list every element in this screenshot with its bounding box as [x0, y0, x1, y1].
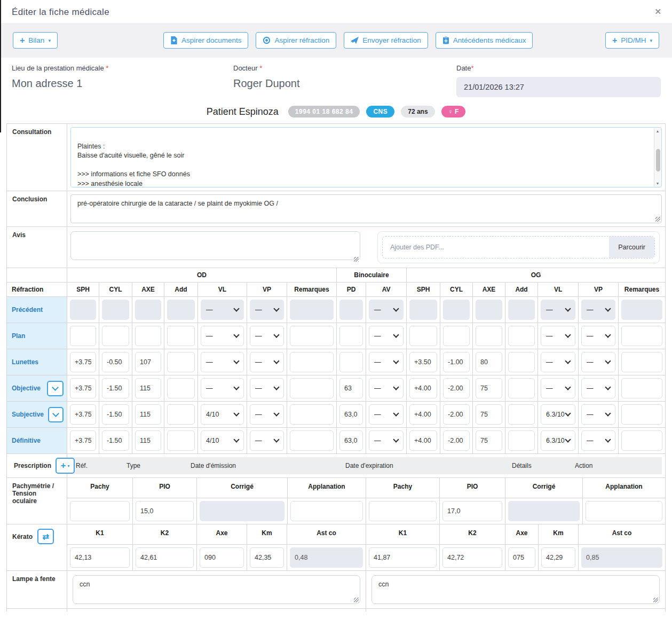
lunettes-og_rem-input[interactable] — [621, 352, 662, 372]
plan-od_vl-select[interactable]: — — [201, 326, 244, 346]
definitive-od_sph-input[interactable] — [70, 430, 96, 451]
kerato-value-input-1[interactable] — [136, 547, 194, 568]
lampe-od-textarea[interactable]: ccn — [73, 575, 360, 604]
definitive-og_cyl-input[interactable] — [443, 430, 470, 451]
definitive-og_sph-input[interactable] — [409, 430, 437, 451]
objective-od_axe-input[interactable] — [135, 378, 161, 398]
kerato-value-input-3[interactable] — [250, 547, 284, 568]
plan-od_sph-input[interactable] — [70, 326, 96, 346]
plan-od_rem-input[interactable] — [290, 326, 334, 346]
subjective-og_rem-input[interactable] — [621, 404, 662, 425]
lunettes-og_vl-select[interactable]: — — [541, 352, 575, 372]
objective-od_add-input[interactable] — [167, 378, 195, 398]
plan-od_add-input[interactable] — [167, 326, 195, 346]
lunettes-od_vp-select[interactable]: — — [250, 352, 284, 372]
pachy-value-input-4[interactable] — [369, 501, 437, 521]
date-input[interactable] — [456, 77, 661, 97]
pachy-value-input-3[interactable] — [290, 501, 363, 521]
objective-og_axe-input[interactable] — [476, 378, 502, 398]
definitive-og_axe-input[interactable] — [476, 430, 502, 451]
subjective-od_add-input[interactable] — [167, 404, 195, 425]
subjective-og_cyl-input[interactable] — [443, 404, 470, 425]
plan-av-select[interactable]: — — [369, 326, 404, 346]
lunettes-og_sph-input[interactable] — [409, 352, 437, 372]
objective-od_sph-input[interactable] — [70, 378, 96, 398]
avis-textarea[interactable] — [70, 231, 360, 260]
kerato-value-input-8[interactable] — [541, 547, 575, 568]
kerato-value-input-0[interactable] — [70, 547, 130, 568]
subjective-expand-button[interactable] — [48, 407, 64, 422]
kerato-value-input-7[interactable] — [508, 547, 535, 568]
envoyer-refraction-button[interactable]: Envoyer réfraction — [344, 32, 428, 49]
plan-od_vp-select[interactable]: — — [250, 326, 284, 346]
definitive-od_cyl-input[interactable] — [102, 430, 129, 451]
subjective-od_vp-select[interactable]: — — [250, 404, 284, 425]
lunettes-og_vp-select[interactable]: — — [581, 352, 615, 372]
objective-pd-input[interactable] — [339, 378, 363, 398]
objective-og_vp-select[interactable]: — — [581, 378, 615, 398]
plan-og_add-input[interactable] — [508, 326, 535, 346]
subjective-od_vl-select[interactable]: 4/10 — [201, 404, 244, 425]
objective-og_sph-input[interactable] — [409, 378, 437, 398]
subjective-pd-input[interactable] — [339, 404, 363, 425]
lunettes-av-select[interactable]: — — [369, 352, 404, 372]
bilan-button[interactable]: + Bilan ▾ — [13, 32, 58, 49]
pachy-value-input-7[interactable] — [586, 501, 662, 521]
definitive-od_vp-select[interactable]: — — [250, 430, 284, 451]
subjective-og_vp-select[interactable]: — — [581, 404, 615, 425]
lunettes-od_cyl-input[interactable] — [102, 352, 129, 372]
definitive-od_rem-input[interactable] — [290, 430, 334, 451]
pachy-value-input-5[interactable] — [442, 501, 502, 521]
subjective-av-select[interactable]: — — [369, 404, 404, 425]
docteur-value[interactable]: Roger Dupont — [233, 77, 456, 90]
lunettes-og_cyl-input[interactable] — [443, 352, 470, 372]
objective-od_vl-select[interactable]: — — [201, 378, 244, 398]
scroll-down-icon[interactable]: ▼ — [656, 182, 660, 185]
definitive-og_vp-select[interactable]: — — [581, 430, 615, 451]
aspirer-documents-button[interactable]: Aspirer documents — [163, 32, 249, 49]
definitive-og_rem-input[interactable] — [621, 430, 662, 451]
lunettes-od_sph-input[interactable] — [70, 352, 96, 372]
plan-og_rem-input[interactable] — [621, 326, 662, 346]
definitive-pd-input[interactable] — [339, 430, 363, 451]
plan-og_vp-select[interactable]: — — [581, 326, 615, 346]
subjective-od_rem-input[interactable] — [290, 404, 334, 425]
definitive-og_vl-select[interactable]: 6.3/10 — [541, 430, 575, 451]
close-icon[interactable]: ✕ — [654, 7, 661, 17]
objective-og_rem-input[interactable] — [621, 378, 662, 398]
subjective-og_add-input[interactable] — [508, 404, 535, 425]
plan-og_cyl-input[interactable] — [443, 326, 470, 346]
pachy-value-input-0[interactable] — [70, 501, 130, 521]
subjective-od_cyl-input[interactable] — [102, 404, 129, 425]
subjective-od_axe-input[interactable] — [135, 404, 161, 425]
plan-od_cyl-input[interactable] — [102, 326, 129, 346]
plan-pd-input[interactable] — [339, 326, 363, 346]
subjective-og_axe-input[interactable] — [476, 404, 502, 425]
lunettes-pd-input[interactable] — [339, 352, 363, 372]
subjective-od_sph-input[interactable] — [70, 404, 96, 425]
objective-og_vl-select[interactable]: — — [541, 378, 575, 398]
objective-av-select[interactable]: — — [369, 378, 404, 398]
lunettes-od_axe-input[interactable] — [135, 352, 161, 372]
definitive-od_add-input[interactable] — [167, 430, 195, 451]
conclusion-textarea[interactable]: pré-opératoire chirurgie de la cataracte… — [70, 194, 662, 223]
pachy-value-input-1[interactable] — [136, 501, 194, 521]
objective-expand-button[interactable] — [47, 381, 64, 396]
pdf-dropzone[interactable]: Ajouter des PDF... Parcourir — [382, 236, 655, 258]
kerato-value-input-2[interactable] — [200, 547, 244, 568]
aspirer-refraction-button[interactable]: Aspirer réfraction — [256, 32, 336, 49]
plan-og_vl-select[interactable]: — — [541, 326, 575, 346]
consultation-textarea[interactable]: Plaintes : Baisse d'acuité visuelle, gên… — [71, 128, 653, 187]
definitive-od_axe-input[interactable] — [135, 430, 161, 451]
plan-og_sph-input[interactable] — [409, 326, 437, 346]
lampe-og-textarea[interactable]: ccn — [371, 575, 660, 604]
plan-od_axe-input[interactable] — [135, 326, 161, 346]
objective-od_rem-input[interactable] — [290, 378, 334, 398]
lunettes-og_axe-input[interactable] — [476, 352, 502, 372]
scroll-up-icon[interactable]: ▲ — [656, 129, 660, 133]
pid-mh-button[interactable]: + PID/MH ▾ — [605, 32, 659, 49]
lieu-value[interactable]: Mon adresse 1 — [12, 77, 233, 90]
subjective-og_vl-select[interactable]: 6.3/10 — [541, 404, 575, 425]
kerato-value-input-6[interactable] — [442, 547, 502, 568]
lunettes-od_add-input[interactable] — [167, 352, 195, 372]
